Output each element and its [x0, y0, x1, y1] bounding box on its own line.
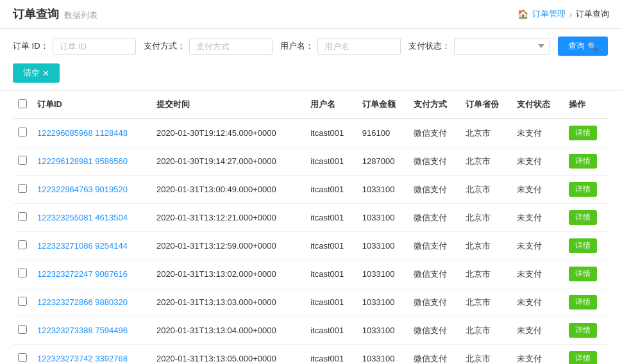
row-checkbox-cell [13, 232, 32, 260]
orders-table: 订单ID 提交时间 用户名 订单金额 支付方式 订单省份 支付状态 操作 122… [13, 91, 609, 364]
detail-button[interactable]: 详情 [569, 238, 597, 253]
home-icon: 🏠 [517, 9, 528, 19]
row-amount: 1033100 [357, 317, 409, 345]
row-username: itcast001 [305, 260, 357, 288]
row-submit-time: 2020-01-30T19:14:27.000+0000 [151, 147, 305, 176]
table-row: 122323272247 9087616 2020-01-31T13:13:02… [13, 260, 609, 288]
payment-status-label: 支付状态： [408, 40, 450, 52]
row-status: 未支付 [512, 260, 564, 288]
row-action: 详情 [564, 119, 609, 147]
table-row: 122323273742 3392768 2020-01-31T13:13:05… [13, 345, 609, 365]
row-amount: 1033100 [357, 260, 409, 288]
payment-status-select[interactable]: 未支付 已支付 [454, 38, 550, 55]
row-username: itcast001 [305, 204, 357, 232]
breadcrumb: 🏠 订单管理 › 订单查询 [517, 8, 609, 20]
detail-button[interactable]: 详情 [569, 295, 597, 310]
header-checkbox-cell [13, 91, 32, 119]
order-id-input[interactable] [53, 38, 136, 55]
row-order-id: 122323273742 3392768 [32, 345, 151, 365]
username-input[interactable] [317, 38, 401, 55]
row-order-id: 122322964763 9019520 [32, 176, 151, 204]
detail-button[interactable]: 详情 [569, 154, 597, 169]
detail-button[interactable]: 详情 [569, 351, 597, 364]
username-field: 用户名： [280, 38, 401, 55]
row-amount: 1033100 [357, 204, 409, 232]
page-title-area: 订单查询 数据列表 [13, 6, 97, 22]
detail-button[interactable]: 详情 [569, 126, 597, 140]
row-submit-time: 2020-01-31T13:13:05.000+0000 [151, 345, 305, 365]
payment-method-input[interactable] [189, 38, 273, 55]
row-username: itcast001 [305, 176, 357, 204]
row-checkbox-cell [13, 260, 32, 288]
row-order-id: 122296128981 9586560 [32, 147, 151, 176]
row-username: itcast001 [305, 317, 357, 345]
row-status: 未支付 [512, 232, 564, 260]
payment-status-field: 支付状态： 未支付 已支付 [408, 38, 550, 55]
col-payment: 支付方式 [408, 91, 460, 119]
row-submit-time: 2020-01-30T19:12:45.000+0000 [151, 119, 305, 147]
select-all-checkbox[interactable] [18, 99, 27, 108]
row-checkbox[interactable] [18, 128, 27, 136]
breadcrumb-separator: › [569, 10, 572, 19]
row-checkbox-cell [13, 119, 32, 147]
row-payment: 微信支付 [408, 288, 460, 317]
row-province: 北京市 [460, 147, 512, 176]
row-checkbox[interactable] [18, 269, 27, 277]
detail-button[interactable]: 详情 [569, 210, 597, 225]
row-checkbox-cell [13, 176, 32, 204]
row-submit-time: 2020-01-31T13:13:03.000+0000 [151, 288, 305, 317]
table-row: 122323271086 9254144 2020-01-31T13:12:59… [13, 232, 609, 260]
search-bar: 订单 ID： 支付方式： 用户名： 支付状态： 未支付 已支付 查询 🔍 清空 … [0, 29, 622, 91]
row-action: 详情 [564, 232, 609, 260]
username-label: 用户名： [280, 40, 314, 52]
table-row: 122323272866 9880320 2020-01-31T13:13:03… [13, 288, 609, 317]
row-checkbox[interactable] [18, 297, 27, 306]
row-status: 未支付 [512, 288, 564, 317]
row-payment: 微信支付 [408, 119, 460, 147]
row-payment: 微信支付 [408, 204, 460, 232]
table-row: 122323255081 4613504 2020-01-31T13:12:21… [13, 204, 609, 232]
row-action: 详情 [564, 260, 609, 288]
row-status: 未支付 [512, 345, 564, 365]
row-checkbox-cell [13, 345, 32, 365]
row-action: 详情 [564, 317, 609, 345]
clear-button[interactable]: 清空 ✕ [13, 63, 60, 83]
row-amount: 1033100 [357, 176, 409, 204]
table-container: 订单ID 提交时间 用户名 订单金额 支付方式 订单省份 支付状态 操作 122… [0, 91, 622, 364]
col-amount: 订单金额 [357, 91, 409, 119]
breadcrumb-current: 订单查询 [576, 8, 609, 20]
row-submit-time: 2020-01-31T13:00:49.000+0000 [151, 176, 305, 204]
row-action: 详情 [564, 176, 609, 204]
detail-button[interactable]: 详情 [569, 182, 597, 197]
row-checkbox[interactable] [18, 353, 27, 362]
row-checkbox[interactable] [18, 240, 27, 249]
row-checkbox[interactable] [18, 156, 27, 165]
row-checkbox[interactable] [18, 212, 27, 221]
payment-method-label: 支付方式： [144, 40, 185, 52]
row-status: 未支付 [512, 317, 564, 345]
row-amount: 1033100 [357, 345, 409, 365]
row-order-id: 122323272866 9880320 [32, 288, 151, 317]
col-order-id: 订单ID [32, 91, 151, 119]
row-username: itcast001 [305, 288, 357, 317]
row-payment: 微信支付 [408, 345, 460, 365]
table-row: 122296085968 1128448 2020-01-30T19:12:45… [13, 119, 609, 147]
search-button[interactable]: 查询 🔍 [558, 37, 608, 56]
row-checkbox-cell [13, 288, 32, 317]
col-action: 操作 [564, 91, 609, 119]
row-province: 北京市 [460, 176, 512, 204]
row-checkbox-cell [13, 204, 32, 232]
detail-button[interactable]: 详情 [569, 323, 597, 338]
row-status: 未支付 [512, 119, 564, 147]
detail-button[interactable]: 详情 [569, 267, 597, 281]
row-username: itcast001 [305, 232, 357, 260]
row-payment: 微信支付 [408, 260, 460, 288]
row-payment: 微信支付 [408, 147, 460, 176]
row-checkbox[interactable] [18, 325, 27, 334]
row-province: 北京市 [460, 317, 512, 345]
row-checkbox[interactable] [18, 184, 27, 193]
breadcrumb-parent[interactable]: 订单管理 [532, 8, 566, 20]
row-action: 详情 [564, 147, 609, 176]
clear-icon: ✕ [42, 69, 49, 78]
row-username: itcast001 [305, 119, 357, 147]
